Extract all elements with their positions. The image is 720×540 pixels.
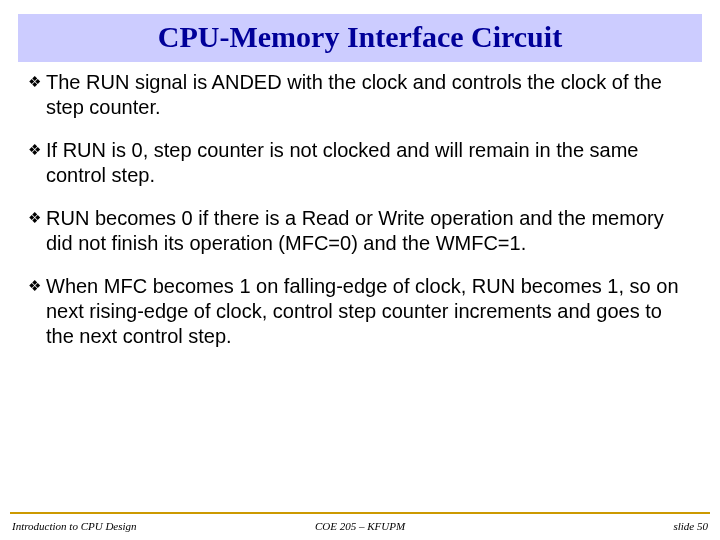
bullet-text: RUN becomes 0 if there is a Read or Writ… (46, 206, 692, 256)
bullet-item: ❖ If RUN is 0, step counter is not clock… (28, 138, 692, 188)
diamond-bullet-icon: ❖ (28, 138, 46, 162)
bullet-item: ❖ RUN becomes 0 if there is a Read or Wr… (28, 206, 692, 256)
bullet-item: ❖ The RUN signal is ANDED with the clock… (28, 70, 692, 120)
footer-right: slide 50 (476, 520, 708, 532)
footer: Introduction to CPU Design COE 205 – KFU… (0, 512, 720, 540)
footer-left: Introduction to CPU Design (12, 520, 244, 532)
bullet-text: If RUN is 0, step counter is not clocked… (46, 138, 692, 188)
bullet-item: ❖ When MFC becomes 1 on falling-edge of … (28, 274, 692, 349)
title-bar: CPU-Memory Interface Circuit (18, 14, 702, 62)
diamond-bullet-icon: ❖ (28, 274, 46, 298)
slide-title: CPU-Memory Interface Circuit (158, 20, 562, 53)
footer-center: COE 205 – KFUPM (244, 520, 476, 532)
diamond-bullet-icon: ❖ (28, 206, 46, 230)
bullet-text: The RUN signal is ANDED with the clock a… (46, 70, 692, 120)
diamond-bullet-icon: ❖ (28, 70, 46, 94)
bullet-text: When MFC becomes 1 on falling-edge of cl… (46, 274, 692, 349)
content-area: ❖ The RUN signal is ANDED with the clock… (0, 62, 720, 349)
